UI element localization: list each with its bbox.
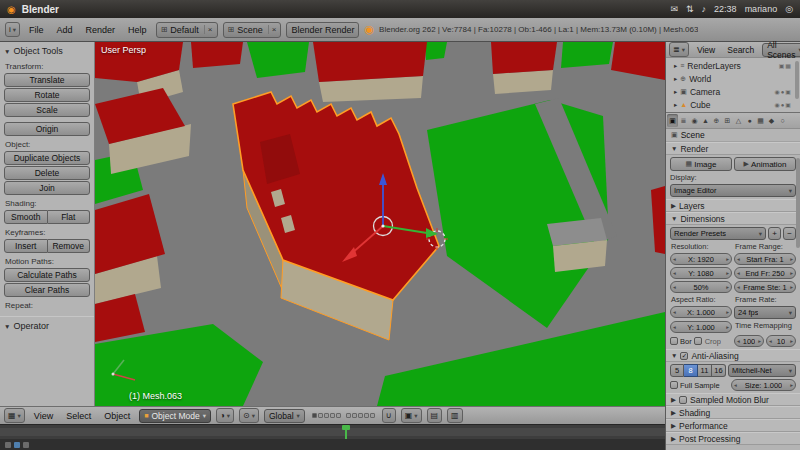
- clock[interactable]: 22:38: [714, 4, 737, 14]
- aa-size-field[interactable]: ◂Size: 1.000▸: [731, 379, 796, 391]
- frame-end-field[interactable]: ◂End Fr: 250▸: [734, 267, 796, 279]
- performance-panel-header[interactable]: ▶ Performance: [666, 419, 800, 432]
- orientation-dropdown[interactable]: Global ▾: [264, 409, 305, 423]
- mode-dropdown[interactable]: ■ Object Mode ▾: [139, 409, 211, 423]
- menu-file[interactable]: File: [25, 24, 48, 36]
- render-engine-dropdown[interactable]: Blender Render: [286, 22, 359, 38]
- renderlayer-toggle-icons[interactable]: ▣▦: [779, 62, 792, 69]
- render-image-button[interactable]: ▦ Image: [670, 157, 732, 171]
- aa-filter-dropdown[interactable]: Mitchell-Net ▾: [728, 364, 796, 377]
- resolution-percentage-field[interactable]: ◂50%▸: [670, 281, 732, 293]
- sound-indicator-icon[interactable]: ♪: [702, 4, 707, 14]
- mail-indicator-icon[interactable]: ✉: [671, 4, 679, 14]
- network-indicator-icon[interactable]: ⇅: [686, 4, 694, 14]
- outliner-item-cube[interactable]: ▸ ▲ Cube ◉●▣: [666, 98, 800, 111]
- menu-view[interactable]: View: [30, 410, 57, 422]
- outliner-menu-search[interactable]: Search: [723, 44, 758, 56]
- editor-type-info-icon[interactable]: i▾: [5, 22, 20, 37]
- scene-selector[interactable]: ⊞ Scene ×: [223, 22, 282, 38]
- outliner-scrollbar[interactable]: [795, 61, 799, 99]
- join-button[interactable]: Join: [4, 181, 90, 195]
- remove-keyframe-button[interactable]: Remove: [48, 239, 91, 253]
- remap-new-field[interactable]: ◂10▸: [766, 335, 796, 347]
- post-processing-panel-header[interactable]: ▶ Post Processing: [666, 432, 800, 445]
- delete-button[interactable]: Delete: [4, 166, 90, 180]
- menu-add[interactable]: Add: [53, 24, 77, 36]
- current-frame-marker[interactable]: [345, 425, 347, 439]
- insert-keyframe-button[interactable]: Insert: [4, 239, 48, 253]
- display-mode-dropdown[interactable]: Image Editor ▾: [670, 184, 796, 197]
- visibility-toggle-icons[interactable]: ◉●▣: [774, 101, 792, 108]
- tab-render[interactable]: ▣: [667, 114, 678, 127]
- tab-physics[interactable]: ○: [777, 114, 788, 127]
- resolution-x-field[interactable]: ◂X: 1920▸: [670, 253, 732, 265]
- menu-object[interactable]: Object: [100, 410, 134, 422]
- properties-scrollbar[interactable]: [796, 158, 800, 248]
- blender-app-icon[interactable]: ◉: [7, 4, 16, 15]
- frame-rate-dropdown[interactable]: 24 fps▾: [734, 306, 796, 319]
- sampled-motion-blur-panel-header[interactable]: ▶ Sampled Motion Blur: [666, 393, 800, 406]
- flat-button[interactable]: Flat: [48, 210, 91, 224]
- tab-constraints[interactable]: ⊕: [711, 114, 722, 127]
- timeline-track[interactable]: [0, 424, 665, 439]
- outliner-item-world[interactable]: ▸ ⊕ World: [666, 72, 800, 85]
- aspect-x-field[interactable]: ◂X: 1.000▸: [670, 306, 732, 318]
- preset-remove-button[interactable]: −: [783, 227, 796, 240]
- outliner-item-renderlayers[interactable]: ▸ ≡ RenderLayers ▣▦: [666, 59, 800, 72]
- close-icon[interactable]: ×: [268, 25, 277, 34]
- outliner-display-dropdown[interactable]: All Scenes ▾: [762, 43, 800, 57]
- translate-button[interactable]: Translate: [4, 73, 90, 87]
- layer-visibility-grid[interactable]: [312, 413, 375, 418]
- antialiasing-checkbox[interactable]: ✓: [680, 352, 688, 360]
- aa-samples-11[interactable]: 11: [698, 364, 712, 377]
- render-presets-dropdown[interactable]: Render Presets ▾: [670, 227, 766, 240]
- editor-type-outliner-icon[interactable]: ≣▾: [669, 42, 689, 57]
- clear-paths-button[interactable]: Clear Paths: [4, 283, 90, 297]
- aa-samples-8[interactable]: 8: [684, 364, 698, 377]
- tab-world[interactable]: ◉: [689, 114, 700, 127]
- menu-render[interactable]: Render: [82, 24, 120, 36]
- viewport-scene[interactable]: [95, 42, 665, 406]
- tab-scene[interactable]: ≣: [678, 114, 689, 127]
- resolution-y-field[interactable]: ◂Y: 1080▸: [670, 267, 732, 279]
- preset-add-button[interactable]: +: [768, 227, 781, 240]
- operator-panel-header[interactable]: ▼ Operator: [0, 318, 94, 334]
- render-panel-header[interactable]: ▼ Render: [666, 142, 800, 155]
- tab-modifiers[interactable]: ⊞: [722, 114, 733, 127]
- power-icon[interactable]: ◎: [785, 4, 793, 14]
- snap-element-icon[interactable]: ▣▾: [401, 408, 422, 423]
- pivot-point-icon[interactable]: ⊙▾: [239, 408, 259, 423]
- aa-samples-5[interactable]: 5: [670, 364, 684, 377]
- timeline-play-icon[interactable]: [14, 442, 20, 448]
- render-animation-button[interactable]: ▶ Animation: [734, 157, 796, 171]
- tab-object[interactable]: ▲: [700, 114, 711, 127]
- outliner-item-camera[interactable]: ▸ ▣ Camera ◉●▣: [666, 85, 800, 98]
- tab-particles[interactable]: ◆: [766, 114, 777, 127]
- shading-panel-header[interactable]: ▶ Shading: [666, 406, 800, 419]
- aspect-y-field[interactable]: ◂Y: 1.000▸: [670, 321, 732, 333]
- opengl-render-icon[interactable]: ▤: [427, 408, 443, 423]
- visibility-toggle-icons[interactable]: ◉●▣: [774, 88, 792, 95]
- remap-old-field[interactable]: ◂100▸: [734, 335, 764, 347]
- object-tools-panel-header[interactable]: ▼ Object Tools: [0, 43, 94, 59]
- viewport-shading-icon[interactable]: ◑▾: [216, 408, 234, 423]
- snap-magnet-icon[interactable]: ∪: [382, 408, 396, 423]
- expand-triangle-icon[interactable]: ▸: [674, 101, 677, 109]
- timeline-record-icon[interactable]: [23, 442, 29, 448]
- editor-type-timeline-icon[interactable]: [5, 442, 11, 448]
- smooth-button[interactable]: Smooth: [4, 210, 48, 224]
- close-icon[interactable]: ×: [204, 25, 213, 34]
- dimensions-panel-header[interactable]: ▼ Dimensions: [666, 212, 800, 225]
- outliner-menu-view[interactable]: View: [693, 44, 719, 56]
- viewport-canvas[interactable]: User Persp (1) Mesh.063: [95, 42, 665, 406]
- frame-step-field[interactable]: ◂Frame Ste: 1▸: [734, 281, 796, 293]
- full-sample-checkbox[interactable]: [670, 381, 678, 389]
- motion-blur-checkbox[interactable]: [679, 396, 687, 404]
- expand-triangle-icon[interactable]: ▸: [674, 75, 677, 83]
- opengl-render-anim-icon[interactable]: ▥: [447, 408, 463, 423]
- origin-button[interactable]: Origin: [4, 122, 90, 136]
- rotate-button[interactable]: Rotate: [4, 88, 90, 102]
- calculate-paths-button[interactable]: Calculate Paths: [4, 268, 90, 282]
- editor-type-3dview-icon[interactable]: ▦▾: [4, 408, 25, 423]
- user-menu[interactable]: mariano: [745, 4, 778, 14]
